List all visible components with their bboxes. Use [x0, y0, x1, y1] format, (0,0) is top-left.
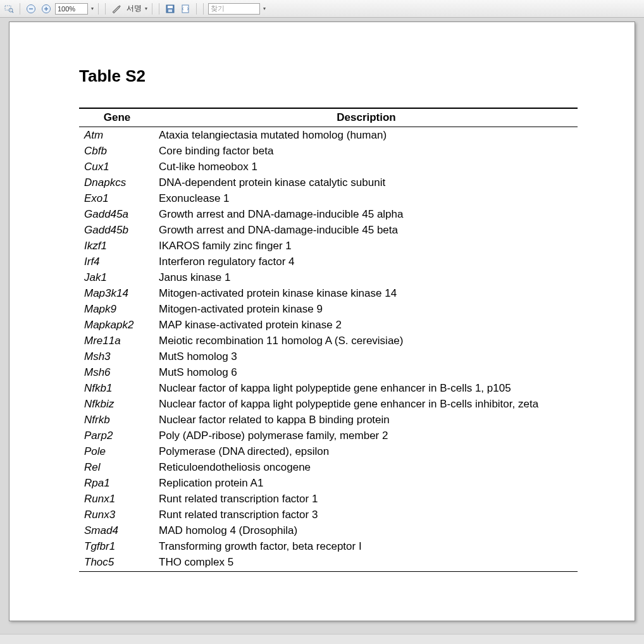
table-row: RelReticuloendotheliosis oncogene	[79, 459, 578, 475]
header-gene: Gene	[79, 108, 155, 127]
description-cell: Core binding factor beta	[155, 143, 578, 159]
svg-rect-0	[5, 6, 11, 10]
zoom-level-input[interactable]: 100%	[55, 3, 88, 15]
gene-cell: Mapkapk2	[79, 317, 155, 333]
description-cell: MAP kinase-activated protein kinase 2	[155, 317, 578, 333]
description-cell: Runt related transcription factor 3	[155, 507, 578, 523]
zoom-in-button[interactable]	[40, 3, 53, 15]
marquee-zoom-button[interactable]	[3, 3, 15, 15]
table-row: Rpa1Replication protein A1	[79, 475, 578, 491]
description-cell: DNA-dependent protein kinase catalytic s…	[155, 175, 578, 190]
table-row: Msh6MutS homolog 6	[79, 364, 578, 380]
signature-label: 서명	[127, 3, 142, 14]
separator	[203, 3, 204, 15]
gene-cell: Thoc5	[79, 554, 155, 571]
fit-page-button[interactable]	[179, 3, 192, 15]
description-cell: Runt related transcription factor 1	[155, 491, 578, 507]
search-input[interactable]: 찾기	[208, 3, 260, 15]
gene-table: Gene Description AtmAtaxia telangiectasi…	[79, 108, 578, 572]
gene-cell: Msh6	[79, 364, 155, 380]
gene-cell: Jak1	[79, 269, 155, 285]
table-row: Irf4Interferon regulatory factor 4	[79, 254, 578, 269]
svg-rect-10	[168, 9, 172, 12]
table-row: Mre11aMeiotic recombination 11 homolog A…	[79, 333, 578, 349]
description-cell: Replication protein A1	[155, 475, 578, 491]
separator	[20, 3, 20, 15]
gene-cell: Mre11a	[79, 333, 155, 349]
sign-button[interactable]	[110, 3, 123, 15]
gene-cell: Smad4	[79, 523, 155, 538]
table-row: Map3k14Mitogen-activated protein kinase …	[79, 285, 578, 301]
gene-cell: Tgfbr1	[79, 538, 155, 554]
description-cell: MutS homolog 6	[155, 364, 578, 380]
table-row: Mapk9Mitogen-activated protein kinase 9	[79, 301, 578, 317]
table-row: PolePolymerase (DNA directed), epsilon	[79, 443, 578, 459]
gene-cell: Dnapkcs	[79, 175, 155, 190]
zoom-dropdown-arrow-icon[interactable]: ▾	[91, 6, 94, 11]
gene-cell: Map3k14	[79, 285, 155, 301]
search-dropdown-arrow-icon[interactable]: ▾	[263, 6, 266, 11]
gene-cell: Runx1	[79, 491, 155, 507]
description-cell: Reticuloendotheliosis oncogene	[155, 459, 578, 475]
table-row: Exo1Exonuclease 1	[79, 190, 578, 206]
description-cell: Ataxia telangiectasia mutated homolog (h…	[155, 127, 578, 144]
description-cell: Poly (ADP-ribose) polymerase family, mem…	[155, 428, 578, 443]
table-title: Table S2	[79, 66, 578, 86]
svg-line-2	[12, 11, 13, 13]
separator	[152, 3, 152, 15]
description-cell: Cut-like homeobox 1	[155, 159, 578, 175]
gene-cell: Cbfb	[79, 143, 155, 159]
description-cell: Polymerase (DNA directed), epsilon	[155, 443, 578, 459]
description-cell: Mitogen-activated protein kinase 9	[155, 301, 578, 317]
gene-cell: Ikzf1	[79, 238, 155, 254]
description-cell: MutS homolog 3	[155, 349, 578, 364]
document-page: Table S2 Gene Description AtmAtaxia tela…	[9, 22, 635, 621]
zoom-out-button[interactable]	[25, 3, 37, 15]
table-row: Ikzf1IKAROS family zinc finger 1	[79, 238, 578, 254]
gene-cell: Irf4	[79, 254, 155, 269]
description-cell: THO complex 5	[155, 554, 578, 571]
gene-cell: Gadd45a	[79, 206, 155, 222]
description-cell: IKAROS family zinc finger 1	[155, 238, 578, 254]
table-row: NfkbizNuclear factor of kappa light poly…	[79, 396, 578, 412]
status-bar	[0, 634, 644, 644]
table-row: AtmAtaxia telangiectasia mutated homolog…	[79, 127, 578, 144]
svg-rect-11	[182, 5, 189, 13]
gene-cell: Nfkb1	[79, 380, 155, 396]
description-cell: Janus kinase 1	[155, 269, 578, 285]
document-viewer[interactable]: Table S2 Gene Description AtmAtaxia tela…	[0, 18, 644, 634]
separator	[196, 3, 197, 15]
table-row: Mapkapk2MAP kinase-activated protein kin…	[79, 317, 578, 333]
table-row: Thoc5THO complex 5	[79, 554, 578, 571]
description-cell: Nuclear factor of kappa light polypeptid…	[155, 396, 578, 412]
table-row: Jak1Janus kinase 1	[79, 269, 578, 285]
signature-dropdown-arrow-icon[interactable]: ▾	[145, 6, 147, 11]
gene-cell: Nfrkb	[79, 412, 155, 428]
table-row: Smad4MAD homolog 4 (Drosophila)	[79, 523, 578, 538]
table-row: Msh3MutS homolog 3	[79, 349, 578, 364]
gene-cell: Rel	[79, 459, 155, 475]
table-row: CbfbCore binding factor beta	[79, 143, 578, 159]
description-cell: Growth arrest and DNA-damage-inducible 4…	[155, 206, 578, 222]
gene-cell: Atm	[79, 127, 155, 144]
svg-rect-9	[168, 6, 173, 8]
table-row: Cux1Cut-like homeobox 1	[79, 159, 578, 175]
gene-cell: Rpa1	[79, 475, 155, 491]
table-row: Parp2Poly (ADP-ribose) polymerase family…	[79, 428, 578, 443]
table-row: Gadd45bGrowth arrest and DNA-damage-indu…	[79, 222, 578, 238]
gene-cell: Nfkbiz	[79, 396, 155, 412]
table-row: Runx3Runt related transcription factor 3	[79, 507, 578, 523]
table-row: Nfkb1Nuclear factor of kappa light polyp…	[79, 380, 578, 396]
toolbar: 100% ▾ 서명 ▾ 찾기 ▾	[0, 0, 644, 18]
gene-cell: Msh3	[79, 349, 155, 364]
header-description: Description	[155, 108, 578, 127]
save-button[interactable]	[164, 3, 176, 15]
separator	[98, 3, 99, 15]
table-row: Gadd45aGrowth arrest and DNA-damage-indu…	[79, 206, 578, 222]
table-row: Runx1Runt related transcription factor 1	[79, 491, 578, 507]
table-row: DnapkcsDNA-dependent protein kinase cata…	[79, 175, 578, 190]
description-cell: Exonuclease 1	[155, 190, 578, 206]
gene-cell: Exo1	[79, 190, 155, 206]
separator	[105, 3, 106, 15]
description-cell: MAD homolog 4 (Drosophila)	[155, 523, 578, 538]
